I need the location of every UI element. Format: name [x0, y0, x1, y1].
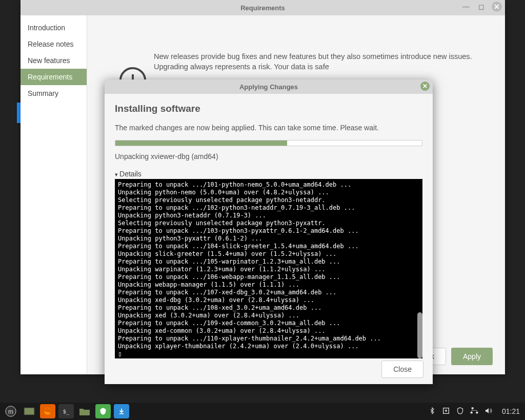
dialog-close-icon[interactable]: ✕ — [420, 82, 430, 91]
firefox-icon[interactable] — [40, 404, 55, 418]
svg-rect-10 — [471, 412, 473, 413]
dialog-title: Applying Changes — [239, 83, 298, 91]
terminal-output[interactable]: Preparing to unpack .../101-python-nemo_… — [115, 179, 422, 358]
network-icon[interactable] — [470, 407, 478, 416]
shield-tray-icon[interactable] — [456, 407, 464, 416]
sidebar-item-introduction[interactable]: Introduction — [21, 19, 87, 36]
terminal-scrollbar[interactable] — [417, 312, 422, 358]
menu-icon[interactable]: m — [3, 404, 18, 418]
svg-rect-11 — [476, 412, 478, 413]
main-title: Requirements — [240, 4, 285, 12]
dialog-close-button[interactable]: Close — [381, 361, 423, 378]
intro-text: New releases provide bug fixes and new f… — [154, 51, 484, 72]
terminal-app-icon[interactable]: $_ — [58, 404, 74, 418]
volume-icon[interactable] — [484, 407, 493, 416]
dialog-heading: Installing software — [115, 103, 422, 114]
minimize-icon[interactable]: — — [461, 2, 471, 12]
sidebar: Introduction Release notes New features … — [21, 15, 87, 374]
files-icon[interactable] — [77, 404, 92, 418]
bluetooth-icon[interactable] — [429, 407, 436, 416]
update-manager-icon[interactable] — [114, 404, 129, 418]
close-icon[interactable]: ✕ — [492, 2, 502, 12]
details-toggle[interactable]: Details — [115, 170, 422, 178]
shield-icon[interactable] — [95, 404, 111, 418]
svg-rect-5 — [24, 408, 34, 415]
taskbar: m $_ — [0, 403, 525, 420]
main-titlebar[interactable]: Requirements — ◻ ✕ — [21, 0, 505, 15]
show-desktop-icon[interactable] — [22, 404, 37, 418]
maximize-icon[interactable]: ◻ — [476, 2, 487, 12]
sidebar-item-requirements[interactable]: Requirements — [21, 69, 87, 85]
current-operation: Unpacking xviewer-dbg (amd64) — [115, 152, 422, 161]
progress-fill — [115, 141, 287, 146]
progress-bar — [115, 140, 422, 146]
applying-changes-dialog: Applying Changes ✕ Installing software T… — [105, 79, 433, 384]
svg-rect-9 — [472, 407, 474, 409]
svg-text:m: m — [8, 408, 13, 415]
sidebar-item-summary[interactable]: Summary — [21, 85, 87, 102]
updates-tray-icon[interactable] — [442, 407, 450, 416]
dialog-titlebar[interactable]: Applying Changes ✕ — [105, 79, 433, 94]
sidebar-item-new-features[interactable]: New features — [21, 52, 87, 69]
apply-button[interactable]: Apply — [451, 348, 493, 365]
dialog-subtext: The marked changes are now being applied… — [115, 124, 422, 132]
sidebar-item-release-notes[interactable]: Release notes — [21, 36, 87, 52]
clock[interactable]: 01:21 — [502, 407, 520, 415]
